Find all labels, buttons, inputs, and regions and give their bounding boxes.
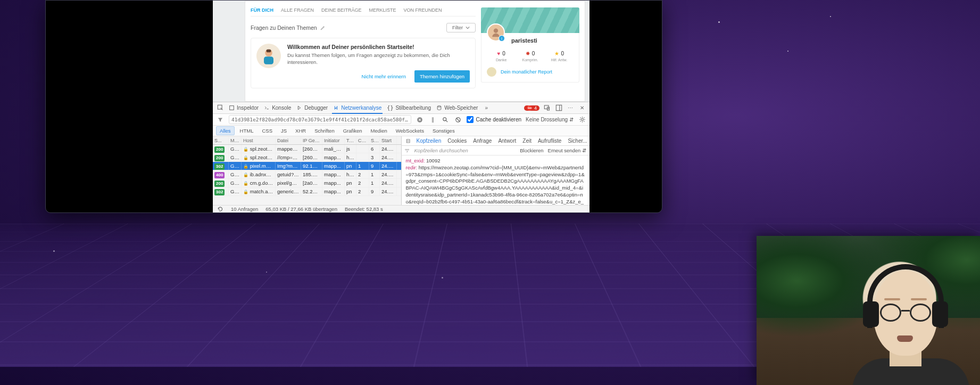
url-filter-input[interactable]: 41d3981e2f820ad90cd78c07e3679c1e9f4f41c2… xyxy=(229,115,411,124)
svg-point-3 xyxy=(494,29,498,33)
filter-fonts[interactable]: Schriften xyxy=(311,127,338,135)
devtools-panel: Inspektor Konsole Debugger Netzwerkanaly… xyxy=(213,102,589,212)
disable-cache-checkbox[interactable]: Cache deaktivieren xyxy=(467,116,521,123)
svg-point-12 xyxy=(443,117,446,120)
status-transferred: 65,03 KB / 27,66 KB übertragen xyxy=(265,206,337,212)
request-detail-pane: ⊟ Kopfzeilen Cookies Anfrage Antwort Zei… xyxy=(402,136,590,205)
kebab-menu-icon[interactable]: ⋯ xyxy=(566,104,575,112)
stat-helpful: ★0 Hilf. Antw. xyxy=(545,50,574,62)
add-topics-button[interactable]: Themen hinzufügen xyxy=(414,70,470,83)
table-row[interactable]: 302GET🔒 pixel.math...Img?mt_exi...92.123… xyxy=(213,162,401,170)
filter-ws[interactable]: WebSockets xyxy=(393,127,427,135)
devtools-tab-network[interactable]: Netzwerkanalyse xyxy=(332,103,383,114)
stat-thanks: ♥0 Danke xyxy=(487,50,516,62)
resend-button[interactable]: Erneut senden ⇵ xyxy=(548,148,586,153)
devtools-tab-console[interactable]: Konsole xyxy=(263,103,292,113)
devtools-toolbar: Inspektor Konsole Debugger Netzwerkanaly… xyxy=(213,102,589,114)
pause-icon[interactable]: ∥ xyxy=(428,116,437,124)
heart-icon: ♥ xyxy=(497,51,500,56)
welcome-banner: Willkommen auf Deiner persönlichen Start… xyxy=(251,38,476,88)
filter-js[interactable]: JS xyxy=(278,127,290,135)
filter-html[interactable]: HTML xyxy=(237,127,257,135)
tab-deine-beitraege[interactable]: DEINE BEITRÄGE xyxy=(321,7,362,13)
presentation-frame: FÜR DICH ALLE FRAGEN DEINE BEITRÄGE MERK… xyxy=(45,0,662,213)
inspect-element-icon[interactable] xyxy=(216,104,225,112)
tab-fuer-dich[interactable]: FÜR DICH xyxy=(251,7,273,13)
detail-tab-security[interactable]: Sicher... xyxy=(568,138,587,144)
filter-all[interactable]: Alles xyxy=(216,126,235,135)
headers-search-input[interactable]: Kopfzeilen durchsuchen xyxy=(414,148,516,153)
toggle-detail-icon[interactable]: ⊟ xyxy=(406,137,410,145)
status-requests: 10 Anfragen xyxy=(231,206,258,212)
presenter-webcam xyxy=(757,236,980,385)
welcome-body: Du kannst Themen folgen, um Fragen angez… xyxy=(287,52,470,66)
svg-rect-9 xyxy=(556,105,561,110)
report-avatar-icon xyxy=(487,67,496,77)
welcome-title: Willkommen auf Deiner persönlichen Start… xyxy=(287,44,470,50)
svg-rect-5 xyxy=(230,106,234,110)
lock-icon: 🔒 xyxy=(243,190,248,194)
block-icon[interactable] xyxy=(454,116,462,124)
filter-images[interactable]: Grafiken xyxy=(340,127,366,135)
lock-icon: 🔒 xyxy=(243,147,248,152)
table-row[interactable]: 200GET🔒 spl.zeotap.commapper.js?z[2606:4… xyxy=(213,145,401,153)
filter-media[interactable]: Medien xyxy=(368,127,391,135)
filter-css[interactable]: CSS xyxy=(259,127,276,135)
feed-panel: FÜR DICH ALLE FRAGEN DEINE BEITRÄGE MERK… xyxy=(245,1,585,102)
headers-content[interactable]: mt_exid: 10092 redir: https://mwzeon.zeo… xyxy=(402,155,590,205)
profile-card: i paristesti ♥0 Danke ✹0 Komprim. xyxy=(481,33,579,83)
clear-filter-icon[interactable] xyxy=(416,116,424,124)
lock-icon: 🔒 xyxy=(243,181,248,186)
feed-tabs: FÜR DICH ALLE FRAGEN DEINE BEITRÄGE MERK… xyxy=(251,7,476,17)
detail-tab-timing[interactable]: Zeit xyxy=(522,138,531,144)
monthly-report-link[interactable]: Dein monatlicher Report xyxy=(487,67,574,77)
table-row[interactable]: 400GET🔒 ib.adnxs.c...getuid?http...185.3… xyxy=(213,170,401,179)
table-row[interactable]: 302GET🔒 match.ads...generic?bd_52.223...… xyxy=(213,187,401,196)
edit-topics-icon[interactable] xyxy=(320,25,326,30)
funnel-icon[interactable] xyxy=(216,116,225,124)
more-tabs-icon[interactable]: » xyxy=(482,104,491,112)
table-row[interactable]: 200GET🔒 spl.zeotap.com//cmp=1&c...[2606:… xyxy=(213,153,401,162)
lock-icon: 🔒 xyxy=(243,164,248,169)
star-icon: ★ xyxy=(554,51,559,56)
filter-xhr[interactable]: XHR xyxy=(292,127,309,135)
devtools-tab-style[interactable]: {}Stilbearbeitung xyxy=(386,103,432,113)
devtools-tab-debugger[interactable]: Debugger xyxy=(295,103,329,113)
table-row[interactable]: 200GET🔒 cm.g.doub...pixel/google[2a00:1.… xyxy=(213,179,401,187)
filter-button[interactable]: Filter xyxy=(446,23,476,32)
chevron-down-icon xyxy=(466,26,470,30)
lock-icon: 🔒 xyxy=(243,155,248,160)
tab-merkliste[interactable]: MERKLISTE xyxy=(369,7,396,13)
profile-username[interactable]: paristesti xyxy=(511,37,574,44)
table-header[interactable]: S...Me...HostDateiIP Geg...InitiatorTy..… xyxy=(213,136,401,145)
welcome-avatar-icon xyxy=(256,44,281,68)
throttling-select[interactable]: Keine Drosselung ⇵ xyxy=(526,117,574,122)
devtools-tab-inspector[interactable]: Inspektor xyxy=(228,103,260,113)
filter-other[interactable]: Sonstiges xyxy=(429,127,458,135)
detail-tab-stack[interactable]: Aufrufliste xyxy=(538,138,561,144)
error-count-badge[interactable]: ⛔4 xyxy=(524,105,539,111)
reload-icon[interactable] xyxy=(217,206,223,212)
dismiss-button[interactable]: Nicht mehr erinnern xyxy=(356,70,411,83)
svg-rect-2 xyxy=(267,50,271,53)
search-icon[interactable] xyxy=(441,116,450,124)
detail-tab-headers[interactable]: Kopfzeilen xyxy=(417,138,442,144)
detail-tab-cookies[interactable]: Cookies xyxy=(447,138,467,144)
tab-von-freunden[interactable]: VON FREUNDEN xyxy=(404,7,442,13)
devtools-statusbar: 10 Anfragen 65,03 KB / 27,66 KB übertrag… xyxy=(213,205,589,212)
gear-icon[interactable] xyxy=(578,116,586,124)
detail-tab-response[interactable]: Antwort xyxy=(498,138,516,144)
request-type-filters: Alles HTML CSS JS XHR Schriften Grafiken… xyxy=(213,126,589,136)
detail-tab-request[interactable]: Anfrage xyxy=(473,138,492,144)
status-finished: Beendet: 52,83 s xyxy=(345,206,383,212)
lock-icon: 🔒 xyxy=(243,173,248,177)
profile-avatar[interactable]: i xyxy=(487,23,505,42)
devtools-tab-storage[interactable]: Web-Speicher xyxy=(435,103,479,113)
dock-side-icon[interactable] xyxy=(554,104,563,112)
close-icon[interactable]: ✕ xyxy=(578,104,586,112)
block-request-button[interactable]: Blockieren xyxy=(520,148,543,153)
funnel-icon[interactable]: 🝖 xyxy=(405,148,410,153)
tab-alle-fragen[interactable]: ALLE FRAGEN xyxy=(281,7,314,13)
responsive-mode-icon[interactable] xyxy=(543,104,551,112)
verified-badge-icon: i xyxy=(499,35,505,42)
